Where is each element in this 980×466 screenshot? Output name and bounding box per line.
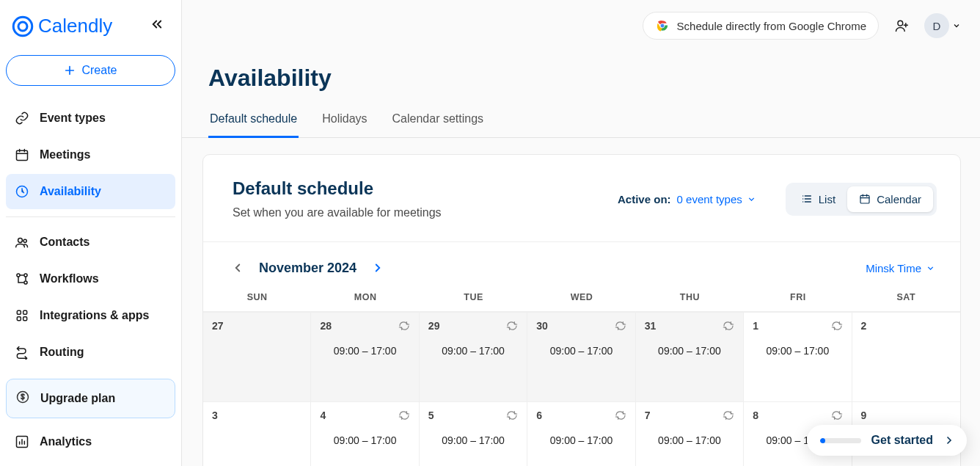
calendar-cell[interactable]: 709:00 – 17:00 (636, 401, 744, 466)
next-month-button[interactable] (368, 258, 387, 277)
repeat-icon (831, 409, 843, 424)
day-number: 27 (212, 320, 301, 332)
dow-header: TUE (420, 289, 527, 311)
svg-point-4 (18, 239, 23, 243)
list-view-button[interactable]: List (789, 186, 847, 212)
avatar: D (924, 13, 949, 38)
onboarding-progress (820, 438, 861, 443)
upgrade-plan-button[interactable]: Upgrade plan (6, 379, 175, 418)
dollar-icon (15, 390, 30, 407)
sidebar-item-integrations-apps[interactable]: Integrations & apps (6, 298, 175, 333)
contacts-icon (15, 235, 29, 250)
list-icon (801, 193, 813, 205)
time-slot: 09:00 – 17:00 (536, 345, 626, 357)
active-on: Active on: 0 event types (618, 193, 756, 205)
repeat-icon (398, 320, 410, 335)
day-number: 30 (536, 320, 626, 332)
chevron-right-icon (371, 261, 384, 274)
sidebar-item-workflows[interactable]: Workflows (6, 261, 175, 296)
svg-point-8 (24, 274, 27, 277)
svg-point-7 (24, 281, 27, 284)
sidebar: Calendly Create Event typesMeetingsAvail… (0, 0, 182, 466)
chevron-left-icon (231, 261, 244, 274)
svg-rect-11 (17, 317, 21, 321)
list-label: List (819, 193, 835, 205)
calendar-cell[interactable]: 3009:00 – 17:00 (527, 312, 635, 401)
repeat-icon (615, 320, 626, 335)
tab-holidays[interactable]: Holidays (321, 105, 368, 138)
calendar-label: Calendar (877, 193, 921, 205)
calendar-icon (859, 193, 871, 205)
time-slot: 09:00 – 17:00 (536, 434, 626, 446)
timezone-button[interactable]: Minsk Time (866, 262, 935, 274)
tab-default-schedule[interactable]: Default schedule (208, 105, 299, 138)
page-title: Availability (208, 65, 980, 92)
calendar-cell[interactable]: 509:00 – 17:00 (420, 401, 527, 466)
invite-user-button[interactable] (889, 13, 914, 38)
svg-rect-2 (17, 150, 28, 160)
prev-month-button[interactable] (228, 258, 247, 277)
calendar-cell[interactable]: 2809:00 – 17:00 (311, 312, 419, 401)
dow-header: FRI (744, 289, 852, 311)
time-slot: 09:00 – 17:00 (645, 434, 734, 446)
grid-icon (15, 308, 29, 323)
collapse-sidebar-button[interactable] (147, 15, 167, 37)
dow-header: MON (311, 289, 419, 311)
analytics-icon (15, 434, 29, 449)
day-number: 2 (861, 320, 951, 332)
sidebar-item-contacts[interactable]: Contacts (6, 225, 175, 260)
link-icon (15, 111, 29, 125)
logo-text: Calendly (38, 15, 112, 37)
chrome-promo-text: Schedule directly from Google Chrome (677, 20, 866, 32)
calendar-view-button[interactable]: Calendar (847, 186, 933, 212)
repeat-icon (506, 409, 518, 424)
sidebar-item-analytics[interactable]: Analytics (6, 424, 175, 459)
chevron-right-icon (943, 434, 955, 446)
calendar-cell[interactable]: 3109:00 – 17:00 (636, 312, 744, 401)
calendar-cell[interactable]: 2909:00 – 17:00 (420, 312, 527, 401)
day-number: 5 (428, 409, 518, 421)
chevron-down-icon (926, 263, 935, 273)
logo[interactable]: Calendly (12, 15, 112, 37)
svg-rect-19 (860, 195, 869, 203)
time-slot: 09:00 – 17:00 (320, 434, 409, 446)
time-slot: 09:00 – 17:00 (428, 345, 518, 357)
calendar-cell[interactable]: 27 (203, 312, 311, 401)
dow-header: THU (636, 289, 744, 311)
topbar: Schedule directly from Google Chrome D (182, 0, 980, 40)
sidebar-item-label: Integrations & apps (40, 309, 149, 322)
sidebar-item-label: Routing (40, 346, 84, 359)
create-button[interactable]: Create (6, 55, 175, 86)
time-slot: 09:00 – 17:00 (428, 434, 518, 446)
chrome-icon (655, 18, 670, 33)
chevron-double-left-icon (150, 18, 164, 31)
calendar-cell[interactable]: 3 (203, 401, 311, 466)
calendar-cell[interactable]: 609:00 – 17:00 (527, 401, 635, 466)
card-header: Default schedule Set when you are availa… (203, 155, 960, 242)
sidebar-item-routing[interactable]: Routing (6, 335, 175, 370)
sidebar-item-availability[interactable]: Availability (6, 174, 175, 209)
svg-point-6 (17, 274, 20, 277)
get-started-button[interactable]: Get started (807, 425, 967, 456)
chrome-extension-promo[interactable]: Schedule directly from Google Chrome (643, 12, 879, 40)
svg-point-18 (898, 21, 903, 26)
account-menu[interactable]: D (924, 13, 961, 38)
calendar-cell[interactable]: 409:00 – 17:00 (311, 401, 419, 466)
calendar-cell[interactable]: 109:00 – 17:00 (744, 312, 852, 401)
day-of-week-row: SUNMONTUEWEDTHUFRISAT (203, 289, 960, 311)
calendar-cell[interactable]: 2 (852, 312, 960, 401)
calendar-icon (15, 148, 29, 162)
repeat-icon (398, 409, 410, 424)
caret-down-icon (952, 21, 961, 30)
sidebar-item-event-types[interactable]: Event types (6, 101, 175, 136)
active-on-link[interactable]: 0 event types (677, 193, 756, 205)
month-label: November 2024 (259, 261, 356, 276)
nav-divider (6, 216, 175, 217)
sidebar-item-meetings[interactable]: Meetings (6, 137, 175, 172)
calendar-nav: November 2024 Minsk Time (203, 242, 960, 289)
schedule-card: Default schedule Set when you are availa… (202, 154, 961, 466)
svg-rect-9 (17, 310, 21, 314)
tab-calendar-settings[interactable]: Calendar settings (391, 105, 486, 138)
plus-icon (64, 65, 76, 76)
repeat-icon (723, 409, 734, 424)
